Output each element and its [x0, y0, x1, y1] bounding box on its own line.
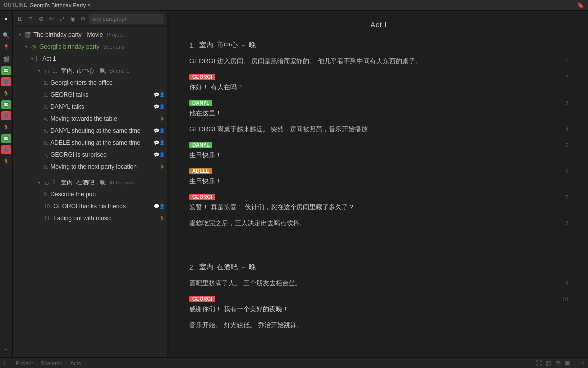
toolbar-eye-icon[interactable]: ◉ — [68, 13, 77, 24]
tree-scene-1[interactable]: ▼ ◻ 1. 室内. 市中心 - 晚 Scene 1 — [13, 65, 167, 77]
item7-label: GEORGI is surprised — [50, 151, 107, 158]
item5-label: DANYL shouting at the same time — [50, 127, 140, 134]
item6-label: ADELE shouting at the same time — [50, 139, 140, 146]
bookmark-icon[interactable]: 🔖 — [577, 2, 584, 9]
adele-dialogue-1: 生日快乐！ 6 — [189, 176, 568, 186]
project-label: The birthday party - Movie Project — [33, 31, 124, 38]
danyl-dialogue-2: 生日快乐！ 5 — [189, 150, 568, 161]
topbar-title: OUTLINE Georgi's Birthday Party ▾ — [4, 2, 90, 8]
iconbar-add[interactable]: + — [1, 344, 11, 354]
scene2-label: 2. 室内. 在酒吧 - 晚 At the pub — [52, 179, 134, 187]
scene1-arrow: ▼ — [36, 68, 43, 73]
tree-item-3[interactable]: 3. DANYL talks 💬👤 — [13, 101, 167, 113]
breadcrumb-project[interactable]: Project — [16, 360, 33, 366]
iconbar-run-1[interactable]: 🏃 — [1, 88, 11, 98]
tree-item-9[interactable]: 9. Describe the pub — [13, 188, 167, 200]
toolbar-gear-icon[interactable]: ⚙ — [79, 13, 87, 24]
item10-label: GEORGI thanks his friends — [53, 203, 126, 210]
iconbar-film[interactable]: 🎬 — [1, 54, 11, 64]
iconbar-chat-green-2[interactable]: 💬 — [1, 100, 11, 109]
bottombar-expand-icon[interactable]: ⛶ — [536, 360, 542, 367]
danyl-badge-2: DANYL — [189, 142, 212, 148]
iconbar-person-red[interactable]: 👤 — [1, 77, 11, 86]
bottombar-panel-icon[interactable]: ▣ — [565, 360, 570, 367]
tree-item-11[interactable]: 11. Fading out with music 🏃 — [13, 212, 167, 224]
georgi-badge-2: GEORGI — [189, 194, 215, 200]
tree-item-5[interactable]: 5. DANYL shouting at the same time 💬👤 — [13, 125, 167, 137]
item3-label: DANYL talks — [50, 103, 84, 110]
item11-label: Fading out with music — [53, 215, 111, 222]
script-block-7: GEORGI 发誓！ 真是惊喜！ 伙计们，您在这个房间里藏了多久了？ 7 — [189, 192, 568, 213]
toolbar-grid-icon[interactable]: ⊞ — [16, 13, 24, 24]
georgi-badge-1: GEORGI — [189, 74, 215, 80]
iconbar-run-3[interactable]: 🏃 — [1, 156, 11, 166]
main-layout: ● 🔍 📍 🎬 💬 👤 🏃 💬 👤 🏃 💬 👤 🏃 + — [0, 11, 588, 357]
georgi-dialogue-2: 发誓！ 真是惊喜！ 伙计们，您在这个房间里藏了多久了？ 7 — [189, 202, 568, 213]
tree-item-6[interactable]: 6. ADELE shouting at the same time 💬👤 — [13, 137, 167, 149]
breadcrumb-scenario[interactable]: Scenario — [41, 360, 62, 366]
tree-item-4[interactable]: 4. Moving towards the table 🏃 — [13, 113, 167, 125]
scene-2-heading: 2. 室内. 在酒吧 － 晚 — [189, 263, 568, 272]
georgi-dialogue-1: 你好！ 有人在吗？ 2 — [189, 82, 568, 93]
iconbar-chat-green[interactable]: 💬 — [1, 66, 11, 75]
bottombar-resize-right[interactable]: ⊢⊣ — [574, 360, 584, 367]
sidebar-search-input[interactable] — [89, 14, 164, 24]
bottombar-layout-icon[interactable]: ▥ — [546, 360, 551, 367]
item9-label: Describe the pub — [50, 191, 96, 198]
toolbar-list-icon[interactable]: ≡ — [26, 13, 35, 24]
script-area[interactable]: Act I 1. 室内. 市中心 － 晚 GEORGI 进入房间。 房间是黑暗而… — [169, 11, 588, 357]
iconbar-run-2[interactable]: 🏃 — [1, 122, 11, 132]
tree-scene-2[interactable]: ▼ ◻ 2. 室内. 在酒吧 - 晚 At the pub — [13, 177, 167, 188]
bottombar-window-icon[interactable]: ▤ — [555, 360, 561, 367]
scenario-label: Georgi's birthday party Scenario — [39, 43, 125, 50]
tree-item-1[interactable]: 1. Georgi enters the office — [13, 77, 167, 89]
scene2-arrow: ▼ — [36, 180, 43, 185]
script-block-3: DANYL 他在这里！ 3 — [189, 98, 568, 119]
iconbar-circle[interactable]: ● — [1, 14, 11, 24]
tree-item-2[interactable]: 2. GEORGI talks 💬👤 — [13, 89, 167, 101]
iconbar-person-red-2[interactable]: 👤 — [1, 111, 11, 120]
topbar: OUTLINE Georgi's Birthday Party ▾ 🔖 — [0, 0, 588, 11]
toolbar-scissors-icon[interactable]: ✄ — [47, 13, 56, 24]
item8-label: Moving to the next party location — [50, 163, 137, 170]
resize-icon: ⊢⊣ — [4, 360, 13, 366]
sidebar: ⊞ ≡ ⊕ ✄ ⇄ ◉ ⚙ ▼ 🎬 The birthday party - M… — [13, 11, 167, 357]
script-scene-1: 1. 室内. 市中心 － 晚 GEORGI 进入房间。 房间是黑暗而寂静的。 他… — [189, 41, 568, 229]
iconbar-search[interactable]: 🔍 — [1, 30, 11, 40]
tree-scenario[interactable]: ▼ ◎ Georgi's birthday party Scenario — [13, 41, 167, 53]
tree-act-1[interactable]: ▼ I. Act 1 — [13, 53, 167, 65]
script-block-4: GEORGI 离桌子越来越近。 突然，房间被照亮，音乐开始播放 4 — [189, 124, 568, 135]
outline-label: OUTLINE — [4, 2, 27, 8]
scenario-arrow: ▼ — [23, 44, 30, 49]
breadcrumb-sep-1: › — [36, 360, 38, 366]
script-scene-2: 2. 室内. 在酒吧 － 晚 酒吧里挤满了人。 三个朋友去柜台坐。 9 GEOR… — [189, 263, 568, 331]
bottombar-right: ⛶ ▥ ▤ ▣ ⊢⊣ — [536, 360, 584, 367]
iconbar-chat-green-3[interactable]: 💬 — [1, 134, 11, 143]
adele-badge-1: ADELE — [189, 168, 212, 174]
script-scene2-block-1: 酒吧里挤满了人。 三个朋友去柜台坐。 9 — [189, 278, 568, 289]
item1-label: Georgi enters the office — [50, 79, 113, 86]
iconbar-sep-1 — [2, 27, 10, 27]
tree-item-8[interactable]: 8. Moving to the next party location 🏃 — [13, 161, 167, 173]
toolbar-swap-icon[interactable]: ⇄ — [58, 13, 66, 24]
dropdown-arrow[interactable]: ▾ — [88, 2, 90, 8]
breadcrumb-acts[interactable]: Acts — [70, 360, 81, 366]
scenario-icon: ◎ — [30, 44, 38, 50]
scene-1-heading: 1. 室内. 市中心 － 晚 — [189, 41, 568, 50]
right-panel: Act I 1. 室内. 市中心 － 晚 GEORGI 进入房间。 房间是黑暗而… — [169, 11, 588, 357]
iconbar-pin[interactable]: 📍 — [1, 42, 11, 52]
tree-project[interactable]: ▼ 🎬 The birthday party - Movie Project — [13, 29, 167, 41]
iconbar-person-red-3[interactable]: 👤 — [1, 145, 11, 154]
script-scene2-block-3: 音乐开始。 灯光较低。 乔治开始跳舞。 — [189, 320, 568, 331]
script-block-6: ADELE 生日快乐！ 6 — [189, 166, 568, 186]
scene-2-title: 室内. 在酒吧 － 晚 — [199, 263, 256, 272]
scene-1-title: 室内. 市中心 － 晚 — [199, 41, 256, 50]
sidebar-toolbar: ⊞ ≡ ⊕ ✄ ⇄ ◉ ⚙ — [13, 11, 167, 27]
script-block-5: DANYL 生日快乐！ 5 — [189, 140, 568, 161]
tree-item-10[interactable]: 10. GEORGI thanks his friends 💬👤 — [13, 200, 167, 212]
tree-item-7[interactable]: 7. GEORGI is surprised 💬👤 — [13, 149, 167, 161]
scene-2-num: 2. — [189, 263, 195, 271]
toolbar-filter-icon[interactable]: ⊕ — [37, 13, 45, 24]
act1-arrow: ▼ — [29, 56, 36, 61]
georgi-dialogue-3: 感谢你们！ 我有一个美好的夜晚！ 10 — [189, 304, 568, 315]
